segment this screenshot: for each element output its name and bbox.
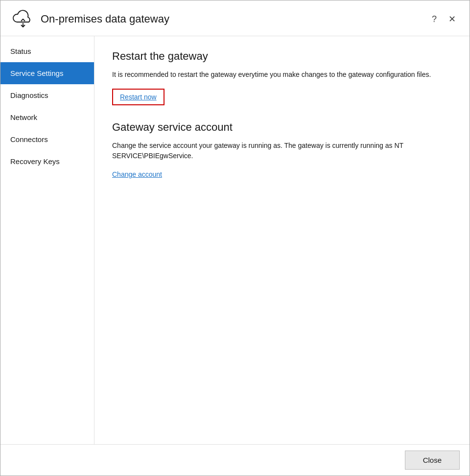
sidebar: Status Service Settings Diagnostics Netw… (0, 36, 94, 444)
account-section-desc: Change the service account your gateway … (112, 141, 452, 161)
restart-link-wrapper: Restart now (112, 89, 164, 105)
close-button[interactable]: Close (405, 451, 460, 470)
close-x-button[interactable]: ✕ (445, 13, 460, 25)
restart-section-title: Restart the gateway (112, 50, 452, 63)
sidebar-item-recovery-keys[interactable]: Recovery Keys (0, 150, 94, 172)
footer: Close (0, 444, 470, 476)
sidebar-item-network[interactable]: Network (0, 106, 94, 128)
dialog: On-premises data gateway ? ✕ Status Serv… (0, 0, 470, 476)
account-section-title: Gateway service account (112, 121, 452, 134)
content-area: Status Service Settings Diagnostics Netw… (0, 36, 470, 444)
help-button[interactable]: ? (428, 13, 441, 25)
restart-section-desc: It is recommended to restart the gateway… (112, 70, 452, 80)
sidebar-item-diagnostics[interactable]: Diagnostics (0, 84, 94, 106)
cloud-gateway-icon (12, 8, 34, 30)
main-content: Restart the gateway It is recommended to… (94, 36, 470, 444)
change-account-link[interactable]: Change account (112, 170, 162, 178)
sidebar-item-connectors[interactable]: Connectors (0, 128, 94, 150)
dialog-title: On-premises data gateway (41, 13, 169, 25)
title-left: On-premises data gateway (12, 8, 169, 30)
sidebar-item-service-settings[interactable]: Service Settings (0, 62, 94, 84)
title-bar: On-premises data gateway ? ✕ (0, 0, 470, 36)
title-controls: ? ✕ (428, 13, 460, 25)
restart-now-link[interactable]: Restart now (120, 93, 157, 101)
sidebar-item-status[interactable]: Status (0, 40, 94, 62)
